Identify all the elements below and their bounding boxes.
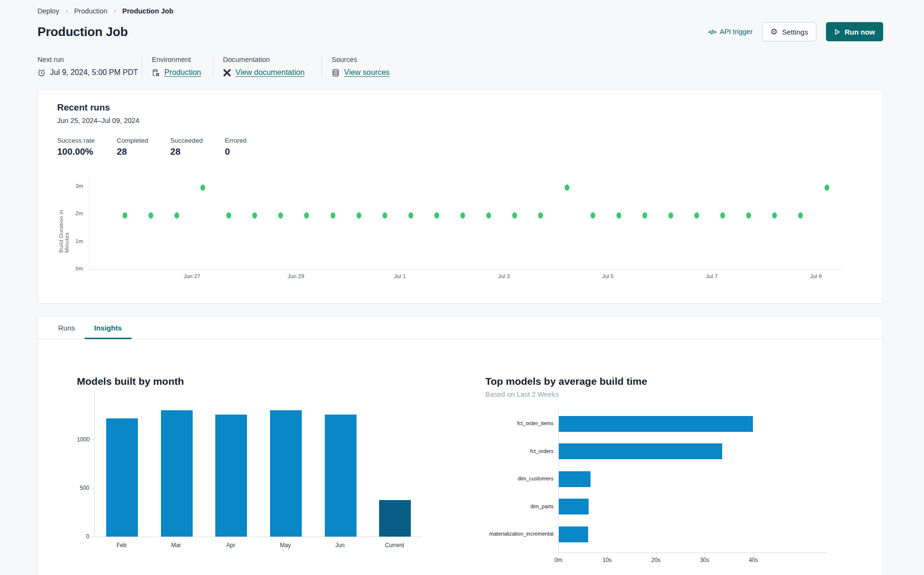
chevron-right-icon: › (65, 7, 68, 15)
run-dot[interactable] (148, 212, 153, 219)
model-bar[interactable] (559, 499, 589, 514)
model-bar[interactable] (559, 526, 588, 542)
scatter-x-tick: Jul 7 (692, 273, 731, 279)
run-dot[interactable] (746, 212, 751, 219)
run-dot[interactable] (357, 212, 361, 219)
settings-button[interactable]: ⚙ Settings (762, 22, 816, 41)
environment-link[interactable]: Production (164, 68, 201, 77)
model-bar[interactable] (559, 471, 591, 487)
run-dot[interactable] (123, 212, 127, 219)
run-dot[interactable] (694, 212, 699, 219)
run-now-button[interactable]: Run now (826, 22, 883, 41)
model-name-label: materialization_incremental (485, 531, 554, 537)
insights-card: Runs Insights Models built by month 0500… (37, 316, 883, 575)
api-trigger-link[interactable]: </> API trigger (708, 28, 752, 36)
month-bar[interactable] (215, 415, 247, 537)
production-job-page: Deploy › Production › Production Job Pro… (0, 0, 924, 575)
run-dot[interactable] (772, 212, 777, 219)
scatter-plot-area (88, 172, 842, 269)
run-dot[interactable] (616, 212, 621, 219)
run-dot[interactable] (460, 212, 465, 219)
hbar-x-tick: 20s (641, 557, 670, 563)
run-dot[interactable] (434, 212, 439, 219)
bar-x-tick: May (264, 542, 307, 549)
chevron-right-icon: › (113, 7, 116, 15)
run-dot[interactable] (538, 212, 543, 219)
hbar-x-tick: 40s (739, 557, 768, 563)
job-info-row: Next run Jul 9, 2024, 5:00 PM PDT Enviro… (37, 56, 883, 77)
bar-y-tickmark (92, 440, 94, 440)
models-built-chart-block: Models built by month 05001000FebMarAprM… (77, 376, 436, 551)
documentation-section: Documentation View documentation (223, 56, 322, 77)
run-dot[interactable] (512, 212, 517, 219)
bar-plot-area (94, 391, 422, 537)
run-dot[interactable] (486, 212, 491, 219)
run-dot[interactable] (200, 184, 205, 191)
hbar-x-tickmark (753, 552, 754, 555)
month-bar[interactable] (270, 410, 302, 537)
run-dot[interactable] (591, 212, 595, 219)
run-dot[interactable] (226, 212, 231, 219)
alarm-clock-icon (37, 69, 46, 77)
view-sources-link[interactable]: View sources (344, 68, 390, 77)
tab-bar: Runs Insights (38, 317, 883, 339)
run-dot[interactable] (720, 212, 725, 219)
scatter-y-tick: 1m (57, 238, 83, 244)
scatter-x-tick: Jun 29 (277, 273, 315, 279)
bar-x-tick: Feb (100, 542, 143, 549)
recent-runs-chart: Build Duration in Minutes 0m1m2m3mJun 27… (57, 171, 863, 283)
scatter-x-tick: Jul 9 (797, 273, 835, 279)
run-dot[interactable] (382, 212, 387, 219)
bar-y-tick: 1000 (77, 436, 89, 443)
month-bar[interactable] (161, 410, 193, 537)
run-dot[interactable] (642, 212, 647, 219)
model-name-label: dim_parts (485, 503, 554, 509)
scatter-x-tick: Jul 3 (485, 273, 523, 279)
stat-completed: Completed 28 (117, 137, 148, 157)
models-built-chart: 05001000FebMarAprMayJunCurrent (77, 391, 436, 551)
insights-charts-row: Models built by month 05001000FebMarAprM… (38, 339, 883, 567)
bar-y-tickmark (92, 488, 94, 489)
run-dot[interactable] (278, 212, 283, 219)
top-models-subtitle: Based on Last 2 Weeks (485, 391, 865, 398)
environment-icon (152, 69, 160, 77)
run-dot[interactable] (174, 212, 179, 219)
run-dot[interactable] (408, 212, 413, 219)
month-bar[interactable] (106, 418, 138, 537)
code-icon: </> (708, 28, 716, 36)
recent-runs-card: Recent runs Jun 25, 2024–Jul 09, 2024 Su… (37, 89, 883, 304)
tab-insights[interactable]: Insights (85, 317, 132, 339)
model-name-label: dim_customers (485, 476, 554, 481)
hbar-x-tickmark (607, 552, 607, 555)
bar-x-tick: Apr (209, 542, 252, 549)
month-bar[interactable] (379, 500, 411, 537)
scatter-x-tick: Jun 27 (172, 273, 211, 279)
run-dot[interactable] (798, 212, 803, 219)
run-dot[interactable] (252, 212, 257, 219)
breadcrumb-deploy[interactable]: Deploy (37, 7, 59, 15)
bar-x-tick: Jun (319, 542, 362, 549)
scatter-x-tick: Jul 5 (589, 273, 627, 279)
run-dot[interactable] (825, 184, 829, 191)
bar-y-tickmark (92, 537, 94, 537)
breadcrumb-production[interactable]: Production (74, 7, 107, 15)
run-dot[interactable] (565, 184, 569, 191)
model-bar[interactable] (559, 443, 722, 459)
bar-y-tick: 500 (77, 485, 89, 491)
gear-icon: ⚙ (770, 28, 777, 36)
run-dot[interactable] (331, 212, 335, 219)
sources-section: Sources View sources (332, 56, 399, 77)
tab-runs[interactable]: Runs (49, 317, 85, 339)
view-documentation-link[interactable]: View documentation (235, 68, 305, 77)
model-bar[interactable] (559, 416, 753, 432)
api-trigger-label: API trigger (720, 28, 753, 36)
hbar-x-tickmark (558, 552, 559, 555)
bar-y-tick: 0 (77, 533, 89, 540)
run-dot[interactable] (304, 212, 309, 219)
sources-label: Sources (332, 56, 390, 63)
month-bar[interactable] (325, 415, 357, 537)
page-header: Production Job </> API trigger ⚙ Setting… (37, 22, 883, 41)
documentation-label: Documentation (223, 56, 312, 63)
scatter-y-tick: 0m (57, 266, 83, 271)
run-dot[interactable] (668, 212, 673, 219)
